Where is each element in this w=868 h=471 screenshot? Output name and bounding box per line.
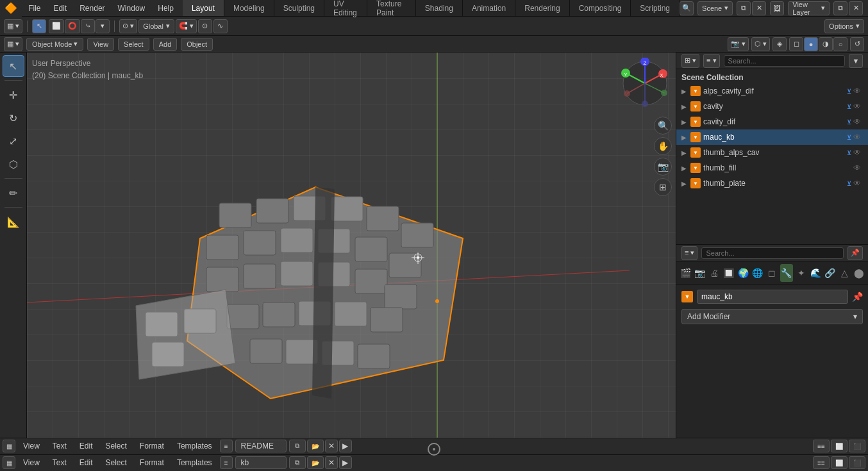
bp2-display-2[interactable]: ⬜ [831, 456, 847, 469]
tool-annotate[interactable]: ✏ [3, 182, 24, 204]
viewport-overlay-btn[interactable]: ⬡ ▾ [751, 37, 770, 51]
bp1-format-menu[interactable]: Format [135, 440, 169, 452]
visibility-icon[interactable]: 👁 [851, 133, 863, 142]
outliner-item-alps-cavity-dif[interactable]: ▶ ▼ alps_cavity_dif ⊻ 👁 [676, 83, 868, 99]
add-menu-btn[interactable]: Add [153, 38, 178, 51]
bp2-view-menu[interactable]: View [18, 456, 45, 469]
scene-selector[interactable]: Scene ▾ [697, 1, 733, 15]
add-modifier-button[interactable]: Add Modifier ▾ [681, 309, 863, 324]
properties-search-input[interactable] [701, 247, 844, 259]
outliner-item-cavity[interactable]: ▶ ▼ cavity ⊻ 👁 [676, 99, 868, 114]
select-more-btn[interactable]: ▾ [96, 19, 110, 33]
bp1-run-btn[interactable]: ▶ [339, 440, 352, 452]
visibility-icon[interactable]: 👁 [851, 87, 863, 95]
tool-measure[interactable]: 📐 [3, 211, 24, 233]
bp1-open-btn[interactable]: 📂 [307, 440, 324, 452]
render-menu[interactable]: Render [73, 0, 111, 16]
view-layer-selector[interactable]: View Layer ▾ [788, 1, 830, 15]
scene-search-icon[interactable]: 🔍 [680, 1, 694, 15]
tab-sculpting[interactable]: Sculpting [274, 0, 324, 16]
bp2-display-1[interactable]: ≡≡ [813, 456, 830, 469]
bp1-editor-type[interactable]: ▦ [3, 440, 15, 452]
outliner-item-thumb-fill[interactable]: ▶ ▼ thumb_fill ⊻ 👁 [676, 160, 868, 176]
visibility-icon[interactable]: 👁 [851, 102, 863, 111]
zoom-in-btn[interactable]: 🔍 [654, 117, 672, 135]
tool-transform[interactable]: ⬡ [3, 153, 24, 175]
props-modifier-icon[interactable]: 🔧 [780, 264, 794, 282]
outliner-search-input[interactable] [724, 55, 845, 67]
props-physics-icon[interactable]: 🌊 [809, 264, 822, 282]
camera-overlay-btn[interactable]: 📷 ▾ [728, 37, 749, 51]
bp1-text-menu[interactable]: Text [47, 440, 72, 452]
navigation-gizmo[interactable]: X Y Z [619, 58, 671, 109]
object-mode-dropdown[interactable]: Object Mode ▾ [26, 38, 83, 51]
bp2-editor-type[interactable]: ▦ [3, 456, 15, 469]
tool-move[interactable]: ✛ [3, 84, 24, 106]
transform-pivot-btn[interactable]: ⊙ ▾ [119, 19, 137, 33]
visibility-icon[interactable]: 👁 [851, 117, 863, 126]
tab-animation[interactable]: Animation [463, 0, 515, 16]
outliner-item-cavity-dif[interactable]: ▶ ▼ cavity_dif ⊻ 👁 [676, 114, 868, 129]
props-render-icon[interactable]: 📷 [694, 264, 707, 282]
view-menu-btn[interactable]: View [87, 38, 114, 51]
wireframe-btn[interactable]: ◻ [789, 37, 803, 51]
cursor-tool-btn[interactable]: ↖ [32, 19, 46, 33]
proportional-btn[interactable]: ⊙ [198, 19, 212, 33]
bp1-edit-menu[interactable]: Edit [74, 440, 98, 452]
select-menu-btn[interactable]: Select [118, 38, 149, 51]
object-menu-btn[interactable]: Object [181, 38, 213, 51]
bp2-run-btn[interactable]: ▶ [339, 456, 352, 469]
bp2-mode-btn[interactable]: ≡ [220, 456, 233, 469]
outliner-item-thumb-plate[interactable]: ▶ ▼ thumb_plate ⊻ 👁 [676, 176, 868, 191]
select-circle-btn[interactable]: ⭕ [65, 19, 80, 33]
options-dropdown[interactable]: Options ▾ [824, 19, 864, 33]
tool-scale[interactable]: ⤢ [3, 130, 24, 152]
bp2-templates-menu[interactable]: Templates [172, 456, 217, 469]
props-object-icon[interactable]: ◻ [765, 264, 779, 282]
props-editor-type[interactable]: ≡ ▾ [681, 246, 697, 260]
hand-pan-btn[interactable]: ✋ [654, 137, 672, 155]
gizmo-toggle[interactable]: ↺ [850, 37, 864, 51]
bp1-templates-menu[interactable]: Templates [172, 440, 217, 452]
visibility-icon[interactable]: 👁 [851, 148, 863, 157]
viewport-3d[interactable]: User Perspective (20) Scene Collection |… [27, 53, 676, 438]
bp2-display-3[interactable]: ⬛ [849, 456, 865, 469]
edit-menu[interactable]: Edit [47, 0, 74, 16]
visibility-icon[interactable]: 👁 [851, 179, 863, 188]
tab-scripting[interactable]: Scripting [631, 0, 680, 16]
bp1-close-btn[interactable]: ✕ [325, 440, 338, 452]
window-menu[interactable]: Window [112, 0, 152, 16]
rendered-btn[interactable]: ○ [833, 37, 847, 51]
props-world-icon[interactable]: 🌐 [751, 264, 765, 282]
bp1-display-2[interactable]: ⬜ [831, 440, 847, 452]
tab-rendering[interactable]: Rendering [515, 0, 569, 16]
bp2-copy-btn[interactable]: ⧉ [289, 456, 306, 469]
outliner-item-thumb-alps-cav[interactable]: ▶ ▼ thumb_alps_cav ⊻ 👁 [676, 145, 868, 160]
xray-btn[interactable]: ◈ [772, 37, 787, 51]
tool-rotate[interactable]: ↻ [3, 107, 24, 129]
editor-type-btn-2[interactable]: ▦ ▾ [4, 37, 22, 51]
tab-shading[interactable]: Shading [416, 0, 463, 16]
outliner-filter-btn[interactable]: ▼ [849, 54, 863, 68]
help-menu[interactable]: Help [151, 0, 180, 16]
props-scene-icon[interactable]: 🎬 [679, 264, 692, 282]
bp2-select-menu[interactable]: Select [101, 456, 132, 469]
tool-cursor[interactable]: ↖ [3, 55, 24, 77]
tab-modeling[interactable]: Modeling [224, 0, 274, 16]
scene-close-btn[interactable]: ✕ [752, 1, 766, 15]
view-layer-copy-btn[interactable]: ⧉ [833, 1, 847, 15]
bp1-view-menu[interactable]: View [18, 440, 45, 452]
solid-btn[interactable]: ● [804, 37, 818, 51]
render-layers-icon[interactable]: 🖼 [770, 1, 784, 15]
bp1-display-1[interactable]: ≡≡ [813, 440, 830, 452]
props-data-icon[interactable]: △ [838, 264, 851, 282]
bp2-format-menu[interactable]: Format [135, 456, 169, 469]
transform-orientation-dropdown[interactable]: Global ▾ [138, 19, 174, 33]
props-output-icon[interactable]: 🖨 [708, 264, 721, 282]
tab-layout[interactable]: Layout [183, 0, 224, 16]
select-lasso-btn[interactable]: ⤷ [81, 19, 95, 33]
scene-copy-btn[interactable]: ⧉ [737, 1, 751, 15]
ortho-btn[interactable]: ⊞ [654, 178, 672, 196]
editor-type-btn[interactable]: ▦ ▾ [4, 19, 22, 33]
outliner-item-mauc-kb[interactable]: ▶ ▼ mauc_kb ⊻ 👁 [676, 129, 868, 145]
